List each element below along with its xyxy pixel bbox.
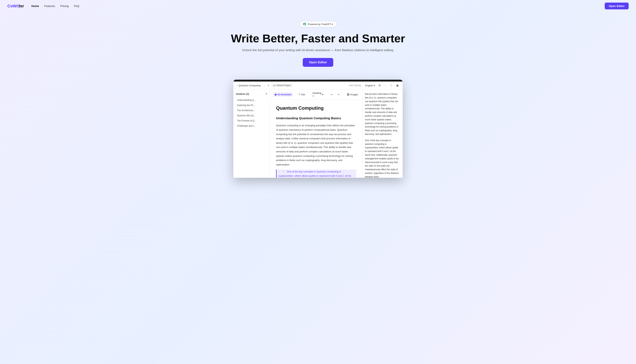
nav-pricing[interactable]: Pricing (60, 4, 69, 8)
share-icon[interactable]: ↑ (384, 83, 388, 88)
images-label: Images (350, 93, 358, 96)
sidebar-item-3[interactable]: Quantum Bits (Q... (236, 114, 268, 118)
editor-sidebar: Outlines (2) + Understanding Q... Explor… (233, 90, 270, 178)
sidebar-header: Outlines (2) + (236, 92, 268, 96)
editor-body: Outlines (2) + Understanding Q... Explor… (233, 90, 403, 178)
sidebar-item-4[interactable]: The Promise of Q... (236, 119, 268, 123)
titlebar-icons: ⚙ ↑ ☾ ▣ (378, 83, 399, 88)
cite-icon: ❝ (299, 93, 300, 96)
logo-writer: ter (19, 4, 24, 8)
paragraph-1: Quantum computing is an emerging paradig… (276, 123, 356, 167)
hero-headline: Write Better, Faster and Smarter (4, 32, 632, 45)
nav-links: Home Features Pricing FAQ (31, 4, 79, 8)
cite-label: Cite (301, 93, 305, 96)
document-title: Quantum Computing (276, 104, 356, 112)
open-editor-nav-button[interactable]: Open Editor (605, 2, 629, 10)
layout-icon[interactable]: ▣ (395, 83, 399, 88)
para-plus-icon[interactable]: + (278, 170, 282, 173)
nav-features[interactable]: Features (44, 4, 55, 8)
doc-ellipsis[interactable]: ... (263, 84, 265, 87)
right-panel-text-2: One of the key concepts in quantum compu… (365, 139, 400, 178)
moon-icon[interactable]: ☾ (390, 83, 394, 88)
heading-selector[interactable]: Heading 1 ▾ (311, 91, 325, 98)
heading-label: Heading 1 (312, 92, 321, 97)
chatgpt-icon (303, 22, 306, 26)
titlebar-right: Auto Saving... English ▾ ⚙ ↑ ☾ ▣ (349, 83, 399, 88)
editor-mockup: ‹ Quantum Computing ... ▾ 🗂 School Proje… (233, 80, 403, 178)
hero-section: Powered by ChatGPT-4 Write Better, Faste… (0, 12, 636, 72)
logo-co: CoWr (7, 4, 18, 8)
sidebar-item-1[interactable]: Exploring the Pri... (236, 103, 268, 107)
image-icon: 🖼 (347, 93, 349, 96)
cite-button[interactable]: ❝ Cite (297, 92, 306, 96)
auto-saving-status: Auto Saving... (349, 84, 363, 87)
undo-icon: ↩ (331, 93, 333, 96)
heading-chevron-icon: ▾ (322, 93, 323, 96)
para-grid-icon[interactable]: ⠿ (282, 170, 286, 173)
right-panel-text-1: that process information in binary bits … (365, 92, 400, 136)
ai-assistant-button[interactable]: ◉ AI Assistant (273, 92, 293, 96)
doc-title-label: Quantum Computing (238, 84, 260, 87)
sidebar-item-0[interactable]: Understanding Q... (236, 98, 268, 102)
add-outline-icon[interactable]: + (265, 92, 268, 96)
logo-cursor (18, 4, 18, 8)
powered-badge: Powered by ChatGPT-4 (300, 21, 336, 27)
sidebar-items: Understanding Q... Exploring the Pri... … (236, 98, 268, 128)
ai-icon: ◉ (274, 93, 276, 96)
language-selector[interactable]: English ▾ (365, 84, 375, 87)
ai-label: AI Assistant (278, 93, 291, 96)
redo-icon: ↪ (338, 93, 340, 96)
open-editor-hero-button[interactable]: Open Editor (303, 58, 333, 67)
nav-home[interactable]: Home (31, 4, 39, 8)
sidebar-item-2[interactable]: The Architecture... (236, 108, 268, 112)
redo-button[interactable]: ↪ (336, 92, 341, 96)
outlines-label: Outlines (2) (236, 92, 249, 95)
back-chevron-icon: ‹ (237, 84, 238, 87)
navbar: CoWrter Home Features Pricing FAQ Open E… (0, 0, 636, 12)
back-button[interactable]: ‹ Quantum Computing (237, 84, 260, 87)
language-label: English (365, 84, 373, 87)
editor-main: ◉ AI Assistant ❝ Cite Heading 1 ▾ (270, 90, 362, 178)
nav-left: CoWrter Home Features Pricing FAQ (7, 4, 79, 8)
nav-faq[interactable]: FAQ (74, 4, 79, 8)
project-tag: 🗂 School Project (272, 84, 292, 87)
right-panel: that process information in binary bits … (362, 90, 403, 178)
badge-text: Powered by ChatGPT-4 (308, 23, 333, 26)
folder-icon: 🗂 (273, 84, 276, 87)
project-label: School Project (276, 84, 290, 87)
logo: CoWrter (7, 4, 24, 8)
undo-button[interactable]: ↩ (329, 92, 334, 96)
editor-wrapper: ‹ Quantum Computing ... ▾ 🗂 School Proje… (230, 80, 406, 178)
sidebar-item-5[interactable]: Challenges and L... (236, 124, 268, 128)
settings-icon[interactable]: ⚙ (378, 83, 382, 88)
chevron-down-icon[interactable]: ▾ (268, 84, 269, 87)
hero-subtext: Unlock the full potential of your writin… (4, 48, 632, 52)
editor-toolbar: ◉ AI Assistant ❝ Cite Heading 1 ▾ (270, 90, 362, 100)
paragraph-1-text: Quantum computing is an emerging paradig… (276, 124, 355, 166)
section-title: Understanding Quantum Computing Basics (276, 116, 356, 121)
para-controls: + ⠿ (278, 170, 286, 173)
lang-chevron-icon: ▾ (374, 84, 375, 87)
paragraph-2-text: One of the key concepts in quantum compu… (278, 170, 354, 178)
titlebar-left: ‹ Quantum Computing ... ▾ 🗂 School Proje… (237, 84, 292, 87)
paragraph-2-selected[interactable]: + ⠿ One of the key concepts in quantum c… (276, 170, 356, 178)
editor-titlebar: ‹ Quantum Computing ... ▾ 🗂 School Proje… (233, 82, 403, 90)
images-button[interactable]: 🖼 Images (346, 92, 360, 96)
content-area[interactable]: Quantum Computing Understanding Quantum … (270, 100, 362, 178)
